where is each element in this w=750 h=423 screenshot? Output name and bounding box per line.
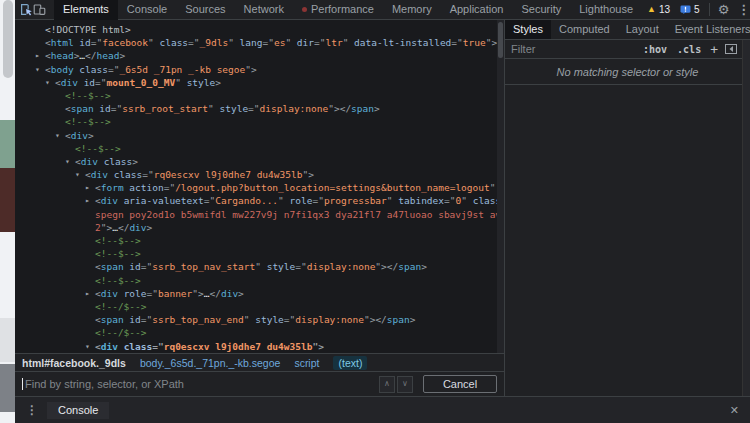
tab-memory[interactable]: Memory	[383, 0, 441, 20]
dom-tree-node[interactable]: <!--$-->	[15, 115, 497, 128]
inspect-element-icon[interactable]	[20, 0, 33, 20]
breadcrumb-item[interactable]: script	[294, 357, 319, 369]
dom-tree-node[interactable]: ▾<div id="mount_0_0_MV" style>	[15, 76, 497, 89]
tab-console[interactable]: Console	[118, 0, 176, 20]
dom-tree-node[interactable]: ▾<body class="_6s5d _71pn _-kb segoe">	[15, 63, 497, 76]
find-previous-button[interactable]: ∧	[379, 376, 395, 393]
dom-tree-node[interactable]: spegn poy2od1o b5wmifdl mw227v9j n7fi1qx…	[15, 208, 497, 221]
tab-label: Console	[127, 0, 167, 19]
tab-label: Elements	[63, 0, 109, 19]
devtools-tabs: ElementsConsoleSourcesNetworkPerformance…	[54, 0, 642, 20]
dom-tree-node[interactable]: ▸<form action="/logout.php?button_locati…	[15, 181, 497, 194]
dom-tree-node[interactable]: <span id="ssrb_top_nav_start" style="dis…	[15, 260, 497, 273]
scrollbar-thumb[interactable]	[498, 22, 503, 58]
page-image-fragment	[0, 168, 15, 232]
dom-tree-node[interactable]: <span id="ssrb_top_nav_end" style="displ…	[15, 313, 497, 326]
expand-arrow-right-icon[interactable]: ▸	[85, 287, 90, 300]
dom-tree-node[interactable]: ▸<div role="banner">…</div>	[15, 287, 497, 300]
dom-tree-node[interactable]: ▾<div class="rq0escxv l9j0dhe7 du4w35lb"…	[15, 168, 497, 181]
find-input[interactable]	[23, 378, 377, 390]
expand-arrow-down-icon[interactable]: ▾	[55, 129, 60, 142]
tab-label: Performance	[311, 0, 374, 19]
styles-scrollbar[interactable]	[742, 40, 750, 396]
dom-tree-node[interactable]: ▾<div>	[15, 129, 497, 142]
more-options-icon[interactable]: ⋮	[734, 0, 750, 20]
find-next-button[interactable]: ∨	[397, 376, 413, 393]
tab-label: Network	[244, 0, 284, 19]
expand-arrow-down-icon[interactable]: ▾	[45, 76, 50, 89]
tab-label: Application	[450, 0, 504, 19]
drawer-close-icon[interactable]: ✕	[730, 404, 739, 417]
expand-arrow-right-icon[interactable]: ▸	[85, 194, 90, 207]
elements-scrollbar[interactable]	[497, 20, 504, 353]
tab-network[interactable]: Network	[235, 0, 293, 20]
sidebar-pane-toggle-icon[interactable]	[725, 44, 737, 54]
dom-tree-node[interactable]: <!DOCTYPE html>	[15, 23, 497, 36]
tab-performance[interactable]: Performance	[293, 0, 383, 20]
dom-tree-node[interactable]: <html id="facebook" class="_9dls" lang="…	[15, 36, 497, 49]
tab-elements[interactable]: Elements	[54, 0, 118, 20]
issues-icon	[680, 5, 691, 15]
page-image-fragment	[0, 120, 15, 168]
breadcrumb-item[interactable]: (text)	[333, 356, 367, 370]
expand-arrow-down-icon[interactable]: ▾	[65, 155, 70, 168]
dom-tree-node[interactable]: <!--$-->	[15, 234, 497, 247]
device-toolbar-icon[interactable]	[33, 0, 46, 20]
devtools-main: <!DOCTYPE html><html id="facebook" class…	[15, 20, 750, 396]
dom-tree-node[interactable]: <span id="ssrb_root_start" style="displa…	[15, 102, 497, 115]
expand-arrow-down-icon[interactable]: ▾	[85, 340, 90, 353]
warning-icon: ▲	[647, 5, 656, 14]
dom-tree-node[interactable]: <!--$-->	[15, 247, 497, 260]
styles-filter-input[interactable]	[511, 43, 638, 55]
dom-tree-node[interactable]: <!--$-->	[15, 142, 497, 155]
breadcrumb-item[interactable]: body._6s5d._71pn._-kb.segoe	[140, 357, 281, 369]
dom-tree-node[interactable]: ▾<div class>	[15, 155, 497, 168]
dom-tree-node[interactable]: <!--$-->	[15, 274, 497, 287]
inspect-cursor-glyph	[20, 3, 33, 16]
styles-filter-row: :hov .cls +	[505, 40, 750, 59]
page-image-fragment	[0, 364, 15, 412]
toolbar-right-controls: ▲ 13 5 ⚙ ⋮ ✕	[642, 0, 750, 20]
no-styles-message: No matching selector or style	[505, 59, 750, 85]
performance-activity-dot	[302, 7, 307, 12]
tab-computed[interactable]: Computed	[551, 20, 618, 39]
issues-badge[interactable]: 5	[680, 4, 700, 15]
find-cancel-button[interactable]: Cancel	[423, 375, 497, 393]
drawer-menu-icon[interactable]: ⋮	[26, 403, 38, 417]
dom-tree-node[interactable]: ▾<div class="rq0escxv l9j0dhe7 du4w35lb"…	[15, 340, 497, 353]
styles-panel-tabs: StylesComputedLayoutEvent Listeners»	[505, 20, 750, 40]
tab-label: Lighthouse	[579, 0, 633, 19]
page-scrollbar[interactable]	[3, 0, 13, 78]
toggle-element-state-button[interactable]: :hov	[643, 44, 667, 55]
dom-tree-node[interactable]: <!--/$-->	[15, 326, 497, 339]
drawer-tab-console[interactable]: Console	[47, 402, 109, 419]
dom-tree-node[interactable]: ▸<div aria-valuetext="Cargando..." role=…	[15, 194, 497, 207]
warnings-badge[interactable]: ▲ 13	[647, 4, 670, 15]
tab-layout[interactable]: Layout	[618, 20, 667, 39]
dom-tree-node[interactable]: 2">…</div>	[15, 221, 497, 234]
dom-tree-node[interactable]: ▸<head>…</head>	[15, 49, 497, 62]
expand-arrow-right-icon[interactable]: ▸	[35, 49, 40, 62]
tab-label: Security	[521, 0, 561, 19]
dom-tree-node[interactable]: <!--$-->	[15, 89, 497, 102]
devtools-window: ElementsConsoleSourcesNetworkPerformance…	[15, 0, 750, 423]
console-drawer: ⋮ Console ✕	[15, 396, 750, 423]
tab-event-listeners[interactable]: Event Listeners	[667, 20, 750, 39]
toolbar-divider	[709, 3, 710, 16]
tab-security[interactable]: Security	[512, 0, 570, 20]
settings-gear-icon[interactable]: ⚙	[714, 0, 734, 20]
expand-arrow-down-icon[interactable]: ▾	[75, 168, 80, 181]
tab-sources[interactable]: Sources	[176, 0, 234, 20]
dom-tree-node[interactable]: <!--/$-->	[15, 300, 497, 313]
tab-lighthouse[interactable]: Lighthouse	[570, 0, 642, 20]
devtools-toolbar: ElementsConsoleSourcesNetworkPerformance…	[15, 0, 750, 20]
breadcrumb-item[interactable]: html#facebook._9dls	[22, 357, 126, 369]
screenshot-root: ElementsConsoleSourcesNetworkPerformance…	[0, 0, 750, 423]
tab-application[interactable]: Application	[441, 0, 513, 20]
expand-arrow-down-icon[interactable]: ▾	[35, 63, 40, 76]
styles-panel: StylesComputedLayoutEvent Listeners» :ho…	[505, 20, 750, 396]
tab-styles[interactable]: Styles	[505, 20, 551, 39]
element-classes-button[interactable]: .cls	[677, 44, 701, 55]
expand-arrow-right-icon[interactable]: ▸	[85, 181, 90, 194]
new-style-rule-button[interactable]: +	[710, 42, 718, 57]
